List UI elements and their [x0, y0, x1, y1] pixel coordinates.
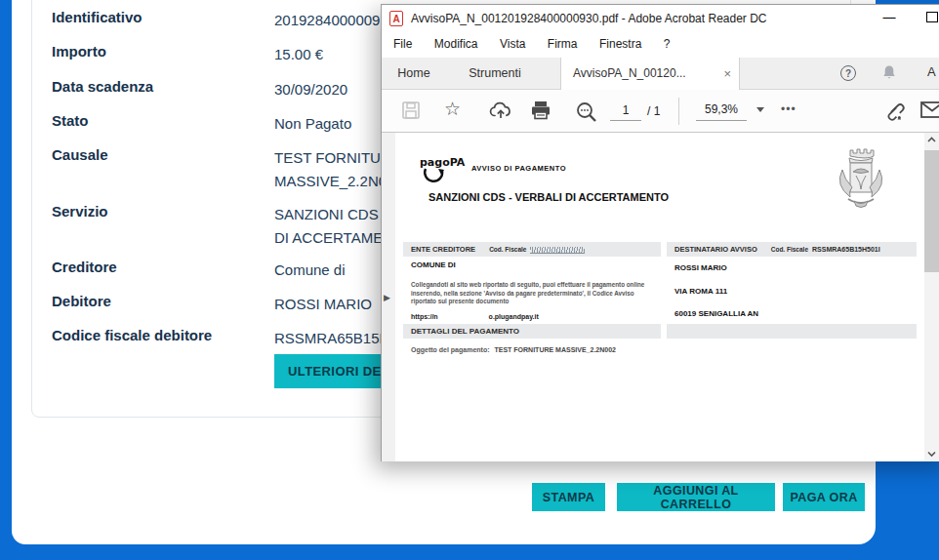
municipal-coat-of-arms: [831, 142, 891, 220]
cod-fiscale-label: Cod. Fiscale: [489, 246, 526, 253]
menu-finestra[interactable]: Finestra: [591, 32, 650, 51]
maximize-button[interactable]: [926, 12, 938, 22]
print-button[interactable]: STAMPA: [532, 483, 605, 511]
url-suffix: o.plugandpay.it: [489, 313, 539, 320]
menu-firma[interactable]: Firma: [539, 32, 587, 51]
document-area: ▶ pagoPA AVVISO DI PAGAMENTO SANZIONI CD…: [382, 133, 939, 461]
field-value: ROSSI MARIO: [274, 293, 372, 316]
field-value: Comune di all: [274, 259, 398, 282]
toolbar: ☆ / 1 59,3% •••: [382, 90, 939, 133]
email-icon[interactable]: [920, 101, 939, 122]
recipient-city: 60019 SENIGALLIA AN: [674, 309, 758, 318]
tab-home[interactable]: Home: [384, 58, 444, 90]
tab-document-label: AvvisoPA_N_00120...: [573, 58, 686, 90]
payment-subject: Oggetto del pagamento:TEST FORNITURE MAS…: [411, 346, 616, 353]
minimize-button[interactable]: —: [878, 8, 901, 27]
chevron-down-icon[interactable]: [756, 107, 764, 112]
more-tools-icon[interactable]: •••: [781, 102, 796, 116]
scroll-down-icon[interactable]: [924, 447, 939, 461]
menu-file[interactable]: File: [385, 32, 421, 51]
print-icon[interactable]: [530, 100, 551, 124]
account-link[interactable]: A: [927, 64, 936, 79]
cod-fiscale-label: Cod. Fiscale: [771, 246, 808, 253]
vertical-scrollbar[interactable]: [924, 133, 939, 461]
toolbar-divider: [678, 98, 679, 125]
ente-creditore-label: ENTE CREDITORE: [411, 245, 475, 254]
notifications-bell-icon[interactable]: [881, 64, 897, 85]
payment-instructions: Collegandoti al sito web riportato di se…: [411, 281, 657, 306]
subject-value: TEST FORNITURE MASSIVE_2.2N002: [495, 346, 616, 353]
menu-help[interactable]: ?: [655, 32, 679, 51]
status-value: Non Pagato: [274, 112, 351, 136]
pagopa-logo: pagoPA: [419, 154, 468, 193]
field-label: Codice fiscale debitore: [52, 327, 212, 343]
payment-url: https://no.plugandpay.it: [411, 313, 539, 320]
field-value: 20192840000093: [274, 9, 388, 32]
navigation-pane-strip[interactable]: ▶: [382, 133, 395, 461]
field-label: Data scadenza: [52, 78, 153, 95]
field-value: 15.00 €: [274, 43, 323, 66]
field-label: Importo: [52, 43, 106, 60]
dettagli-pagamento-band: DETTAGLI DEL PAGAMENTO: [403, 324, 661, 339]
tab-document[interactable]: AvvisoPA_N_00120... ×: [560, 58, 740, 91]
svg-text:pagoPA: pagoPA: [420, 156, 466, 169]
page-number-input[interactable]: [610, 100, 641, 121]
field-value: 30/09/2020: [274, 78, 347, 101]
recipient-name: ROSSI MARIO: [674, 263, 727, 272]
tab-strumenti[interactable]: Strumenti: [446, 58, 544, 90]
field-label: Debitore: [52, 293, 111, 309]
ente-creditore-band: ENTE CREDITORECod. Fiscale: [403, 242, 661, 257]
notice-type-label: AVVISO DI PAGAMENTO: [471, 164, 566, 173]
destinatario-band: DESTINATARIO AVVISOCod. FiscaleRSSMRA65B…: [667, 242, 917, 257]
help-icon[interactable]: ?: [840, 65, 856, 81]
window-title: AvvisoPA_N_001201928400000930.pdf - Adob…: [411, 12, 767, 25]
save-icon[interactable]: [401, 100, 421, 124]
field-label: Stato: [52, 112, 89, 129]
url-prefix: https://n: [411, 313, 438, 320]
subject-label: Oggetto del pagamento:: [411, 346, 490, 353]
field-label: Creditore: [52, 259, 117, 275]
destinatario-label: DESTINATARIO AVVISO: [674, 245, 757, 254]
recipient-address: VIA ROMA 111: [674, 287, 727, 296]
page-count-label: / 1: [647, 104, 660, 118]
notice-title: SANZIONI CDS - VERBALI DI ACCERTAMENTO: [429, 191, 669, 203]
ente-name: COMUNE DI: [411, 260, 456, 269]
cod-fiscale-value: RSSMRA65B15H501I: [812, 246, 880, 253]
expand-panel-arrow-icon[interactable]: ▶: [384, 293, 390, 302]
adobe-pdf-icon: A: [389, 11, 403, 26]
favorites-star-icon[interactable]: ☆: [444, 98, 461, 120]
share-link-icon[interactable]: [881, 99, 907, 126]
creditor-name: Comune di: [274, 261, 346, 278]
field-label: Servizio: [52, 203, 108, 220]
zoom-search-icon[interactable]: [575, 100, 598, 128]
cloud-upload-icon[interactable]: [489, 100, 512, 124]
add-to-cart-button[interactable]: AGGIUNGI AL CARRELLO: [617, 483, 775, 511]
pdf-page: pagoPA AVVISO DI PAGAMENTO SANZIONI CDS …: [395, 133, 924, 461]
scrollbar-thumb[interactable]: [924, 150, 939, 272]
tab-close-icon[interactable]: ×: [723, 58, 731, 90]
window-titlebar[interactable]: A AvvisoPA_N_001201928400000930.pdf - Ad…: [382, 5, 939, 32]
acrobat-reader-window: A AvvisoPA_N_001201928400000930.pdf - Ad…: [381, 4, 939, 461]
field-label: Causale: [52, 146, 108, 163]
menu-bar: File Modifica Vista Firma Finestra ?: [382, 32, 939, 58]
zoom-level-dropdown[interactable]: 59,3%: [696, 100, 747, 121]
scroll-up-icon[interactable]: [924, 133, 939, 147]
pay-now-button[interactable]: PAGA ORA: [783, 483, 865, 511]
menu-modifica[interactable]: Modifica: [426, 32, 487, 51]
redacted-cod-fiscale: [530, 247, 585, 254]
menu-vista[interactable]: Vista: [491, 32, 534, 51]
tab-bar: Home Strumenti AvvisoPA_N_00120... × ? A: [382, 58, 939, 90]
dettagli-band-right: [667, 324, 917, 339]
field-label: Identificativo: [52, 9, 143, 25]
